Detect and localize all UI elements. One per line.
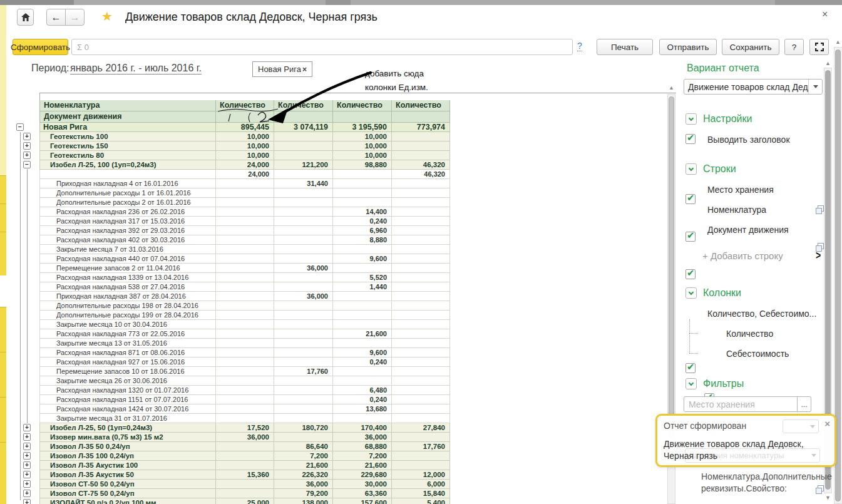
column-header-nomenclature[interactable]: Номенклатура: [39, 100, 216, 111]
expand-icon[interactable]: +: [23, 471, 31, 478]
table-row[interactable]: Расходная накладная 773 от 22.05.201621,…: [13, 329, 450, 339]
table-row[interactable]: Расходная накладная 317 от 15.03.20160,2…: [13, 217, 450, 226]
back-button[interactable]: ←: [46, 9, 66, 26]
table-row[interactable]: Закрытие месяца 7 от 31.03.2016: [13, 245, 450, 254]
table-row[interactable]: Расходная накладная 236 от 26.02.201614,…: [13, 207, 450, 217]
table-row[interactable]: +Изовол СТ-50 50 0,24/уп36,00030,0006,00…: [13, 480, 450, 489]
expand-icon[interactable]: +: [23, 452, 31, 460]
column-header-quantity-4[interactable]: Количество: [392, 100, 450, 111]
table-row[interactable]: Расходная накладная 538 от 27.04.20161,4…: [13, 282, 450, 292]
expand-icon[interactable]: +: [23, 443, 31, 450]
quick-help-link[interactable]: ?: [577, 41, 582, 51]
table-row[interactable]: +Изовол Л-35 50 0,24/уп86,64068,88017,76…: [13, 442, 450, 451]
forward-button[interactable]: →: [65, 9, 85, 26]
table-row[interactable]: +Изовол Л-35 Акустик 10021,60021,600: [13, 461, 450, 470]
table-row[interactable]: +Геотекстиль 8010,00010,000: [13, 151, 450, 160]
notification-close-icon[interactable]: ×: [824, 418, 830, 429]
table-row[interactable]: Расходная накладная 1339 от 13.04.20165,…: [13, 273, 450, 282]
save-button[interactable]: Сохранить: [722, 39, 779, 55]
notification-report-link[interactable]: Движение товаров склад Дедовск, Черная г…: [664, 438, 828, 462]
expand-icon[interactable]: +: [23, 424, 31, 431]
sidebar-scroll-up-icon[interactable]: ▲: [825, 61, 831, 66]
table-row[interactable]: Закрытие месяца 31 от 31.07.2016: [13, 414, 450, 423]
table-row[interactable]: Расходная накладная 1320 от 01.07.20166,…: [13, 386, 450, 395]
table-row[interactable]: Перемещение запасов 10 от 18.06.201617,7…: [13, 367, 450, 376]
section-columns-label[interactable]: Колонки: [703, 287, 741, 299]
table-row[interactable]: Расходная накладная 1424 от 30.07.201613…: [13, 404, 450, 414]
column-header-quantity-2[interactable]: Количество: [274, 100, 333, 111]
home-button[interactable]: [17, 9, 34, 26]
table-row[interactable]: Приходная накладная 4 от 16.01.201631,44…: [13, 179, 450, 188]
chevron-right-icon[interactable]: >: [816, 249, 821, 262]
storage-filter-input[interactable]: Место хранения: [684, 396, 798, 412]
table-row[interactable]: Расходная накладная 440 от 07.04.20169,6…: [13, 254, 450, 264]
table-row[interactable]: Расходная накладная 1151 от 07.07.20160,…: [13, 395, 450, 404]
send-button[interactable]: Отправить: [659, 39, 717, 55]
expand-icon[interactable]: +: [23, 499, 31, 504]
table-row[interactable]: Расходная накладная 392 от 29.03.20166,9…: [13, 226, 450, 235]
table-row[interactable]: +Изовол Л-35 100 0,24/уп7,2007,200: [13, 451, 450, 461]
columns-section-toggle[interactable]: [685, 287, 697, 299]
table-row[interactable]: +Изовол СТ-75 50 0,24/уп79,20063,36015,8…: [13, 489, 450, 498]
show-header-checkbox[interactable]: ✔: [685, 134, 696, 144]
favorite-star-icon[interactable]: ★: [101, 10, 113, 23]
table-row[interactable]: −Изобел Л-25, 100 (1уп=0,24м3)24,000121,…: [13, 160, 450, 170]
table-row[interactable]: Расходная накладная 402 от 30.03.20168,8…: [13, 235, 450, 245]
variant-dropdown-button[interactable]: [808, 80, 822, 94]
column-header-quantity-3[interactable]: Количество: [333, 100, 392, 111]
settings-section-toggle[interactable]: [685, 113, 697, 125]
window-close-icon[interactable]: ×: [822, 9, 828, 19]
add-row-link[interactable]: + Добавить строку: [702, 250, 783, 261]
report-generated-notification[interactable]: Категория номенклатуры Отчет сформирован…: [655, 414, 836, 467]
column-group-checkbox[interactable]: ✔: [685, 363, 696, 373]
expand-icon[interactable]: +: [23, 490, 31, 497]
report-variant-select[interactable]: Движение товаров склад Дедовск: [684, 79, 823, 95]
table-row[interactable]: 24,00046,320: [13, 170, 450, 179]
warehouse-filter-tag[interactable]: Новая Рига ×: [252, 61, 312, 77]
row-storage-checkbox[interactable]: ✔: [685, 194, 696, 204]
generate-button[interactable]: Сформировать: [13, 39, 68, 55]
table-row[interactable]: Перемещение запасов 2 от 11.04.201636,00…: [13, 264, 450, 273]
sidebar-scroll-down-icon[interactable]: ▼: [825, 495, 831, 501]
sum-field[interactable]: Σ 0: [71, 39, 573, 55]
collapse-icon[interactable]: −: [16, 123, 24, 131]
expand-icon[interactable]: +: [23, 142, 31, 150]
table-row[interactable]: Расходная накладная 927 от 15.06.20160,2…: [13, 357, 450, 367]
table-row[interactable]: Закрытие месяца 10 от 30.04.2016: [13, 320, 450, 329]
expand-icon[interactable]: +: [23, 480, 31, 488]
table-row[interactable]: +Геотекстиль 15010,00010,000: [13, 141, 450, 151]
table-row[interactable]: +Изобел Л-25, 50 (1уп=0,24м3)17,520180,7…: [13, 423, 450, 433]
table-row[interactable]: Дополнительные расходы 2 от 16.01.2016: [13, 198, 450, 207]
table-row[interactable]: +Изовол Л-35 Акустик 5015,360226,320229,…: [13, 470, 450, 480]
report-scrollbar-thumb[interactable]: [669, 96, 674, 438]
row-document-checkbox[interactable]: ✔: [685, 269, 696, 279]
filters-section-toggle[interactable]: [685, 378, 697, 389]
period-value-link[interactable]: январь 2016 г. - июль 2016 г.: [70, 63, 202, 75]
expand-icon[interactable]: +: [23, 461, 31, 469]
table-row[interactable]: Дополнительные расходы 198 от 28.04.2016: [13, 301, 450, 311]
expand-icon[interactable]: +: [23, 133, 31, 140]
table-row[interactable]: Дополнительные расходы 1 от 16.01.2016: [13, 188, 450, 198]
column-header-quantity-1[interactable]: Количество: [216, 100, 274, 111]
section-settings-label[interactable]: Настройки: [703, 113, 752, 125]
column-header-document[interactable]: Документ движения: [39, 111, 216, 123]
report-scroll-up-icon[interactable]: ▲: [669, 85, 674, 91]
filter-more-button[interactable]: ...: [798, 396, 811, 412]
window-scroll-up-icon[interactable]: ▲: [835, 39, 841, 45]
table-row[interactable]: Закрытие месяца 13 от 31.05.2016: [13, 339, 450, 348]
table-row[interactable]: +ИЗОЛАЙТ 50 п/э 0,2/уп 100 мм25,000138,0…: [13, 498, 450, 504]
table-row[interactable]: −Новая Рига895,4453 074,1193 195,590773,…: [13, 123, 450, 132]
structure-icon[interactable]: [816, 205, 823, 213]
print-button[interactable]: Печать: [597, 39, 653, 55]
fullscreen-button[interactable]: [809, 39, 829, 55]
tag-remove-icon[interactable]: ×: [302, 65, 307, 74]
rows-section-toggle[interactable]: [685, 163, 697, 175]
section-filters-label[interactable]: Фильтры: [703, 378, 744, 389]
table-row[interactable]: Расходная накладная 871 от 08.06.20169,6…: [13, 348, 450, 357]
expand-icon[interactable]: +: [23, 433, 31, 441]
help-button[interactable]: ?: [784, 39, 804, 55]
collapse-icon[interactable]: −: [23, 161, 31, 168]
table-row[interactable]: Приходная накладная 387 от 28.04.201636,…: [13, 292, 450, 301]
row-nomenclature-checkbox[interactable]: ✔: [685, 232, 696, 242]
expand-icon[interactable]: +: [23, 152, 31, 159]
